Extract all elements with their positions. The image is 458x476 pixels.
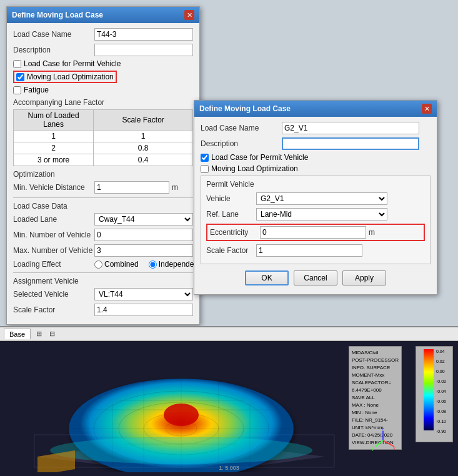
- load-case-name-row: Load Case Name: [13, 28, 193, 41]
- eccentricity-label: Eccentricity: [210, 228, 260, 237]
- svg-text:-0.10: -0.10: [436, 419, 446, 424]
- d2-load-case-name-input[interactable]: [282, 122, 419, 134]
- lane-cell-3: 3 or more: [14, 154, 94, 166]
- lane-factor-table: Num of Loaded Lanes Scale Factor 1 2 3 o…: [13, 109, 193, 166]
- svg-line-27: [376, 440, 383, 447]
- info-scalefactor: SCALEFACTOR=: [352, 379, 399, 387]
- description-input[interactable]: [94, 44, 193, 56]
- svg-text:-0.04: -0.04: [436, 389, 446, 394]
- d2-description-label: Description: [201, 139, 282, 148]
- table-row: 1: [14, 131, 193, 142]
- permit-scale-factor-input[interactable]: [256, 244, 362, 257]
- ref-lane-select[interactable]: Lane-Mid: [256, 208, 387, 221]
- apply-button[interactable]: Apply: [342, 270, 386, 285]
- permit-vehicle-section: Permit Vehicle Vehicle G2_V1 Ref. Lane L…: [201, 176, 431, 264]
- d2-load-case-name-row: Load Case Name: [201, 122, 431, 134]
- svg-text:z: z: [382, 428, 384, 432]
- d2-permit-vehicle-label: Load Case for Permit Vehicle: [211, 153, 308, 162]
- vehicle-label: Vehicle: [206, 194, 256, 203]
- eccentricity-unit: m: [369, 228, 375, 237]
- svg-text:x: x: [393, 445, 396, 451]
- dialog2-body: Load Case Name Description Load Case for…: [194, 117, 437, 294]
- vehicle-select[interactable]: G2_V1: [256, 192, 387, 205]
- min-vehicle-dist-input[interactable]: [94, 181, 169, 194]
- moving-load-opt-label: Moving Load Optimization: [27, 72, 114, 81]
- scale-cell-3: [94, 154, 193, 166]
- dialog1: Define Moving Load Case ✕ Load Case Name…: [6, 6, 200, 325]
- viz-panel: Base ⊞ ⊟: [0, 326, 458, 476]
- info-min: MIN : None: [352, 409, 399, 417]
- permit-vehicle-checkbox[interactable]: [13, 60, 21, 68]
- d2-moving-load-opt-row: Moving Load Optimization: [201, 164, 431, 173]
- axis-svg: x y z: [371, 428, 396, 453]
- scale-cell-1: [94, 131, 193, 142]
- info-max: MAX : None: [352, 402, 399, 409]
- dialog1-title: Define Moving Load Case: [12, 11, 103, 19]
- combined-radio[interactable]: [94, 260, 102, 269]
- permit-scale-factor-row: Scale Factor: [206, 244, 425, 257]
- d2-permit-vehicle-row: Load Case for Permit Vehicle: [201, 153, 431, 162]
- ref-lane-label: Ref. Lane: [206, 210, 256, 219]
- viz-tab-base[interactable]: Base: [4, 329, 31, 339]
- d2-moving-load-opt-checkbox[interactable]: [201, 165, 209, 173]
- independent-radio-item: Independent: [149, 260, 201, 269]
- min-vehicle-input[interactable]: [94, 229, 193, 241]
- dialog2-close-button[interactable]: ✕: [422, 104, 432, 114]
- max-vehicle-input[interactable]: [94, 244, 193, 257]
- combined-label: Combined: [104, 260, 139, 269]
- load-case-name-input[interactable]: [94, 28, 193, 41]
- assignment-label: Assignment Vehicle: [13, 277, 193, 285]
- loading-effect-row: Loading Effect Combined Independent: [13, 260, 193, 269]
- scale-input-3[interactable]: [97, 156, 189, 164]
- info-line2: POST-PROCESSOR: [352, 357, 399, 364]
- description-label: Description: [13, 46, 94, 54]
- mesh-peak: [164, 404, 199, 426]
- base-area: [50, 437, 312, 464]
- viz-icon-grid[interactable]: ⊞: [34, 329, 44, 339]
- fatigue-checkbox[interactable]: [13, 86, 21, 94]
- d2-permit-vehicle-checkbox[interactable]: [201, 154, 209, 162]
- xyz-indicator: x y z: [371, 428, 396, 457]
- min-vehicle-label: Min. Number of Vehicle: [13, 231, 94, 239]
- ref-lane-row: Ref. Lane Lane-Mid: [206, 208, 425, 221]
- loaded-lane-row: Loaded Lane Cway_T44: [13, 213, 193, 226]
- selected-vehicle-select[interactable]: VL:T44: [94, 288, 193, 300]
- scale-input-1[interactable]: [97, 132, 189, 141]
- max-vehicle-row: Max. Number of Vehicle: [13, 244, 193, 257]
- dialog1-close-button[interactable]: ✕: [184, 10, 194, 20]
- viz-canvas: MIDAS/Civil POST-PROCESSOR INFO. SURFACE…: [0, 341, 458, 472]
- svg-text:0.04: 0.04: [436, 349, 445, 354]
- moving-load-opt-checkbox[interactable]: [16, 73, 24, 81]
- optimization-section-label: Optimization: [13, 170, 193, 179]
- selected-vehicle-row: Selected Vehicle VL:T44: [13, 288, 193, 300]
- ok-button[interactable]: OK: [245, 270, 289, 285]
- independent-radio[interactable]: [149, 260, 157, 269]
- cancel-button[interactable]: Cancel: [294, 270, 337, 285]
- load-case-data-label: Load Case Data: [13, 202, 193, 211]
- loaded-lane-label: Loaded Lane: [13, 215, 94, 224]
- min-vehicle-dist-unit: m: [172, 183, 178, 192]
- d2-description-row: Description: [201, 137, 431, 150]
- table-row: 2: [14, 142, 193, 154]
- scale-factor-input[interactable]: [94, 304, 193, 316]
- dialog1-titlebar: Define Moving Load Case ✕: [7, 7, 199, 23]
- permit-vehicle-section-title: Permit Vehicle: [206, 180, 425, 189]
- scale-col-header: Scale Factor: [94, 110, 193, 131]
- d2-description-input[interactable]: [282, 137, 419, 150]
- loaded-lane-select[interactable]: Cway_T44: [94, 213, 193, 226]
- svg-rect-16: [424, 349, 434, 430]
- svg-text:-0.06: -0.06: [436, 399, 446, 404]
- scale-factor-label: Scale Factor: [13, 305, 94, 314]
- viz-icon-tree[interactable]: ⊟: [47, 329, 57, 339]
- scale-cell-2: [94, 142, 193, 154]
- dialog2: Define Moving Load Case ✕ Load Case Name…: [194, 100, 437, 295]
- svg-text:y: y: [372, 445, 374, 451]
- viz-status: 1: 5.003: [219, 465, 239, 471]
- d2-load-case-name-label: Load Case Name: [201, 124, 282, 132]
- scale-input-2[interactable]: [97, 144, 189, 152]
- eccentricity-input[interactable]: [260, 226, 366, 239]
- svg-text:-0.90: -0.90: [436, 429, 446, 434]
- max-vehicle-label: Max. Number of Vehicle: [13, 246, 94, 255]
- lane-cell-1: 1: [14, 131, 94, 142]
- loading-effect-radio-group: Combined Independent: [94, 260, 200, 269]
